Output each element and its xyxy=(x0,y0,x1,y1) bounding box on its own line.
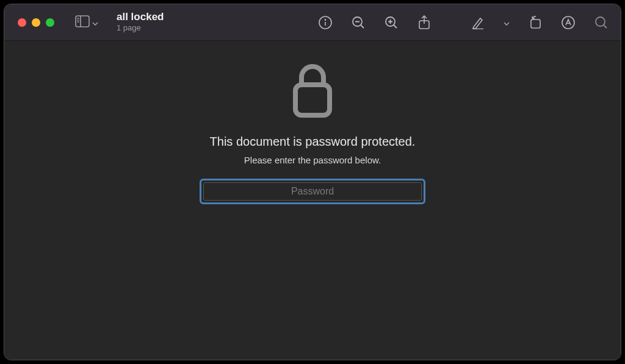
maximize-window-button[interactable] xyxy=(46,18,54,27)
markup-icon xyxy=(562,16,575,29)
window-controls xyxy=(18,18,54,27)
svg-rect-18 xyxy=(531,20,540,28)
zoom-in-button[interactable] xyxy=(383,14,400,31)
chevron-down-icon xyxy=(504,17,510,28)
toolbar-actions xyxy=(317,14,610,31)
info-button[interactable] xyxy=(317,14,334,31)
svg-line-12 xyxy=(394,25,397,28)
share-button[interactable] xyxy=(416,14,433,31)
zoom-out-icon xyxy=(352,16,365,29)
zoom-in-icon xyxy=(385,16,398,29)
markup-button[interactable] xyxy=(560,14,577,31)
toolbar: all locked 1 page xyxy=(4,4,621,41)
search-icon xyxy=(594,16,608,29)
document-subtitle: 1 page xyxy=(117,23,164,33)
content-area: This document is password protected. Ple… xyxy=(4,41,621,360)
password-field-wrapper xyxy=(200,179,425,204)
svg-point-21 xyxy=(596,17,605,26)
highlight-button[interactable] xyxy=(469,14,486,31)
app-window: all locked 1 page xyxy=(4,4,621,360)
sidebar-icon xyxy=(75,15,90,30)
document-title: all locked xyxy=(117,12,164,23)
info-icon xyxy=(319,16,332,29)
lock-icon xyxy=(291,63,334,121)
password-prompt-panel: This document is password protected. Ple… xyxy=(200,63,425,204)
svg-line-22 xyxy=(604,25,607,28)
password-subtext: Please enter the password below. xyxy=(244,155,381,165)
password-heading: This document is password protected. xyxy=(210,135,416,149)
zoom-out-button[interactable] xyxy=(350,14,367,31)
rotate-icon xyxy=(529,16,542,29)
chevron-down-icon xyxy=(92,17,98,28)
svg-point-6 xyxy=(325,19,325,20)
search-button[interactable] xyxy=(593,14,610,31)
pencil-icon xyxy=(471,16,485,29)
svg-line-9 xyxy=(361,25,364,28)
share-icon xyxy=(417,15,431,30)
sidebar-toggle-button[interactable] xyxy=(75,15,98,30)
svg-rect-23 xyxy=(295,85,330,115)
minimize-window-button[interactable] xyxy=(32,18,40,27)
close-window-button[interactable] xyxy=(18,18,26,27)
rotate-button[interactable] xyxy=(527,14,544,31)
highlight-options-button[interactable] xyxy=(502,17,511,28)
title-block: all locked 1 page xyxy=(117,12,164,32)
password-input[interactable] xyxy=(203,182,422,201)
svg-point-19 xyxy=(562,16,574,29)
svg-rect-0 xyxy=(76,16,89,27)
